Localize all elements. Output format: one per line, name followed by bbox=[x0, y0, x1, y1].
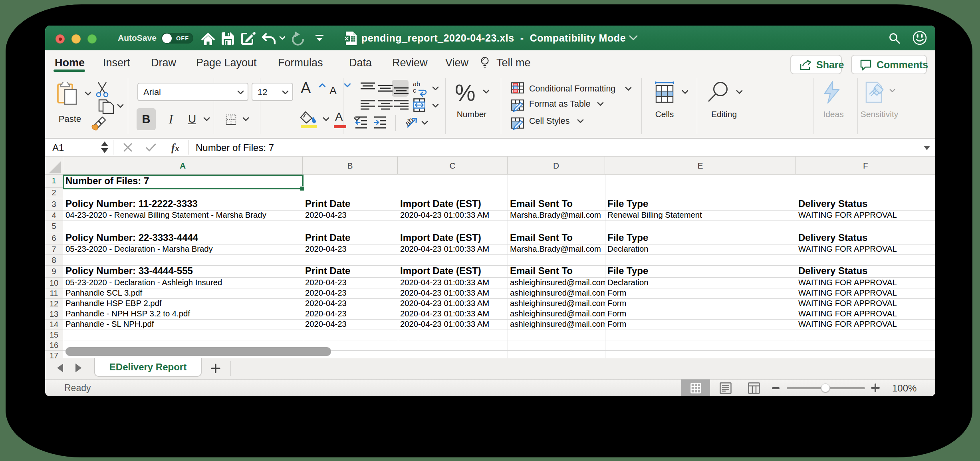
svg-text:c: c bbox=[413, 87, 416, 94]
svg-text:ab: ab bbox=[413, 81, 420, 87]
